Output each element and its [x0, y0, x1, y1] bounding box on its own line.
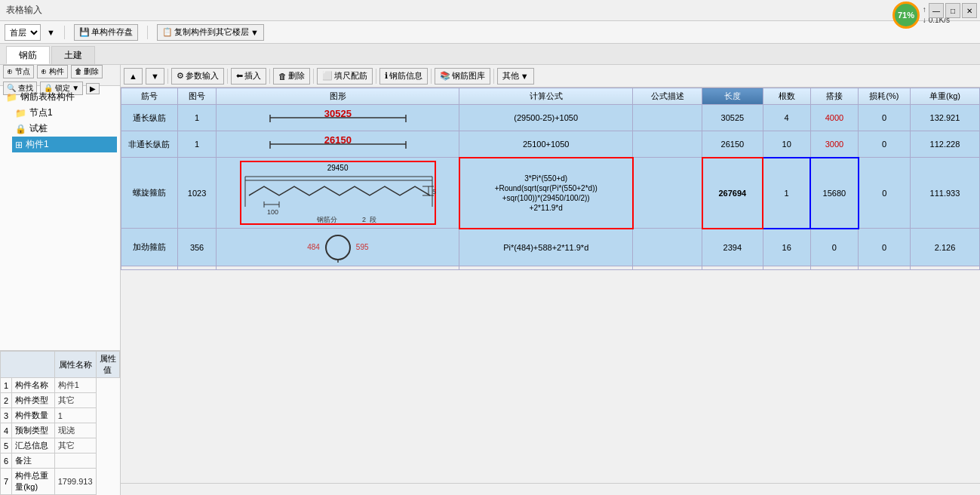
rebar-info-icon: ℹ: [385, 71, 388, 81]
left-panel: ⊕ 节点 ⊕ 构件 🗑 删除 🔍 查找 🔒 锁定 ▼ ▶: [0, 65, 121, 495]
save-component-button[interactable]: 💾 单构件存盘: [74, 24, 138, 41]
insert-button[interactable]: ⬅ 插入: [231, 68, 266, 85]
cell-jinhao-2[interactable]: 非通长纵筋: [121, 131, 178, 158]
cell-jinhao-4[interactable]: 加劲箍筋: [121, 229, 178, 266]
rt-sep-1: [167, 69, 168, 84]
cell-diagram-3: 29450: [217, 158, 459, 229]
prop-value[interactable]: [54, 453, 96, 469]
cell-diagram-2: 26150: [217, 131, 459, 158]
tree-root[interactable]: 📁 钢筋表格构件: [3, 89, 117, 105]
prop-value[interactable]: 现浇: [54, 423, 96, 438]
tab-rebar[interactable]: 钢筋: [6, 46, 50, 64]
insert-label: 插入: [244, 70, 261, 81]
prop-name: 备注: [12, 453, 55, 469]
cell-jinhao-1[interactable]: 通长纵筋: [121, 105, 178, 131]
cell-jinhao-5[interactable]: [121, 266, 178, 270]
other-button[interactable]: 其他 ▼: [497, 68, 534, 85]
prop-num: 7: [1, 469, 12, 495]
cell-length-4[interactable]: 2394: [702, 229, 763, 266]
title-controls[interactable]: — □ ✕: [929, 3, 977, 18]
th-tuhao: 图号: [177, 88, 217, 105]
status-circle: 71%: [892, 2, 920, 29]
cell-loss-5: [859, 266, 911, 270]
param-input-button[interactable]: ⚙ 参数输入: [171, 68, 224, 85]
cell-tuhao-2[interactable]: 1: [177, 131, 217, 158]
tree-component1[interactable]: ⊞ 构件1: [12, 137, 117, 152]
diagram-width-label: 29450: [241, 164, 435, 172]
nav-down-button[interactable]: ▼: [146, 68, 164, 85]
cell-loss-4[interactable]: 0: [859, 229, 911, 266]
minimize-button[interactable]: —: [929, 3, 944, 18]
component-button[interactable]: ⊕ 构件: [37, 65, 68, 78]
prop-name: 构件总重量(kg): [12, 469, 55, 495]
copy-arrow: ▼: [250, 28, 259, 37]
floor-select[interactable]: 首层: [5, 24, 41, 41]
prop-value[interactable]: 构件1: [54, 378, 96, 393]
data-table-container[interactable]: 筋号 图号 图形 计算公式 公式描述 长度 根数 搭接 损耗(%) 单重(kg): [121, 88, 980, 483]
cell-length-3[interactable]: 267694: [702, 158, 763, 229]
cell-formula-4[interactable]: Pi*(484)+588+2*11.9*d: [459, 229, 633, 266]
prop-name: 构件数量: [12, 408, 55, 423]
cell-loss-1[interactable]: 0: [859, 105, 911, 131]
fill-label: 填尺配筋: [334, 70, 367, 81]
cell-tuhao-4[interactable]: 356: [177, 229, 217, 266]
cell-tuhao-3[interactable]: 1023: [177, 158, 217, 229]
maximize-button[interactable]: □: [945, 3, 960, 18]
th-tuxing: 图形: [217, 88, 459, 105]
table-row: 螺旋箍筋 1023 29450: [121, 158, 980, 229]
tree-root-label: 钢筋表格构件: [20, 91, 75, 103]
param-label: 参数输入: [186, 70, 219, 81]
close-button[interactable]: ✕: [962, 3, 977, 18]
prop-value[interactable]: 其它: [54, 393, 96, 408]
cell-dajie-2[interactable]: 3000: [810, 131, 858, 158]
rt-sep-2: [227, 69, 228, 84]
tree-shizhuang[interactable]: 🔒 试桩: [12, 121, 117, 137]
rebar-lib-button[interactable]: 📚 钢筋图库: [435, 68, 490, 85]
th-formuladesc: 公式描述: [633, 88, 702, 105]
cell-roots-3[interactable]: 1: [763, 158, 810, 229]
delete-right-icon: 🗑: [278, 72, 287, 81]
delete-left-icon: 🗑: [75, 67, 82, 75]
cell-diagram-1: 30525: [217, 105, 459, 131]
delete-left-button[interactable]: 🗑 删除: [71, 65, 103, 78]
th-weight: 单重(kg): [910, 88, 979, 105]
copy-component-button[interactable]: 📋 复制构件到其它楼层 ▼: [157, 24, 264, 41]
cell-dajie-1[interactable]: 4000: [810, 105, 858, 131]
cell-length-1[interactable]: 30525: [702, 105, 763, 131]
fill-rebar-button[interactable]: ⬜ 填尺配筋: [317, 68, 373, 85]
delete-right-button[interactable]: 🗑 删除: [273, 68, 310, 85]
rt-sep-7: [493, 69, 494, 84]
cell-roots-4[interactable]: 16: [763, 229, 810, 266]
prop-value[interactable]: 1: [54, 408, 96, 423]
cell-loss-2[interactable]: 0: [859, 131, 911, 158]
cell-dajie-4[interactable]: 0: [810, 229, 858, 266]
cell-loss-3[interactable]: 0: [859, 158, 911, 229]
diagram-d2-label: 595: [356, 243, 369, 251]
node-button[interactable]: ⊕ 节点: [3, 65, 34, 78]
component-icon: ⊕: [41, 67, 47, 75]
cell-roots-2[interactable]: 10: [763, 131, 810, 158]
rebar-info-button[interactable]: ℹ 钢筋信息: [379, 68, 428, 85]
cell-length-2[interactable]: 26150: [702, 131, 763, 158]
prop-num: 6: [1, 453, 12, 469]
horizontal-scrollbar[interactable]: [121, 483, 980, 495]
nav-up-button[interactable]: ▲: [124, 68, 143, 85]
tab-civil[interactable]: 土建: [51, 46, 95, 64]
cell-tuhao-1[interactable]: 1: [177, 105, 217, 131]
cell-weight-3: 111.933: [910, 158, 979, 229]
cell-formula-1[interactable]: (29500-25)+1050: [459, 105, 633, 131]
tree-node1[interactable]: 📁 节点1: [12, 105, 117, 121]
prop-value[interactable]: 1799.913: [54, 469, 96, 495]
cell-dajie-3[interactable]: 15680: [810, 158, 858, 229]
props-header-num: [1, 352, 55, 378]
cell-roots-1[interactable]: 4: [763, 105, 810, 131]
cell-formula-2[interactable]: 25100+1050: [459, 131, 633, 158]
copy-label: 复制构件到其它楼层: [174, 26, 249, 38]
main-layout: ⊕ 节点 ⊕ 构件 🗑 删除 🔍 查找 🔒 锁定 ▼ ▶: [0, 65, 980, 495]
cell-jinhao-3[interactable]: 螺旋箍筋: [121, 158, 178, 229]
cell-formula-3[interactable]: 3*Pi*(550+d)+Round(sqrt(sqr(Pi*(550+2*d)…: [459, 158, 633, 229]
lock-shizhuang-icon: 🔒: [15, 124, 26, 134]
th-roots: 根数: [763, 88, 810, 105]
node-icon: ⊕: [7, 67, 13, 75]
prop-value[interactable]: 其它: [54, 438, 96, 453]
